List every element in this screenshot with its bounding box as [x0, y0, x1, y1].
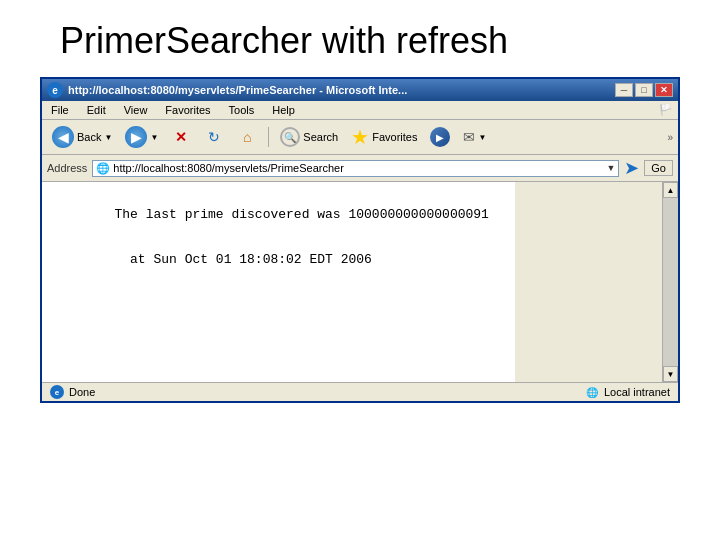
back-button[interactable]: ◀ Back ▼ — [47, 123, 117, 151]
page-title: PrimerSearcher with refresh — [0, 0, 720, 77]
mail-button[interactable]: ✉ ▼ — [458, 126, 491, 148]
forward-icon: ▶ — [125, 126, 147, 148]
search-icon: 🔍 — [280, 127, 300, 147]
title-bar-left: e http://localhost:8080/myservlets/Prime… — [47, 82, 407, 98]
scrollbar-up-button[interactable]: ▲ — [663, 182, 678, 198]
title-bar-text: http://localhost:8080/myservlets/PrimeSe… — [68, 84, 407, 96]
mail-icon: ✉ — [463, 129, 475, 145]
home-button[interactable]: ⌂ — [232, 124, 262, 150]
scrollbar-right[interactable]: ▲ ▼ — [662, 182, 678, 382]
address-ie-icon: 🌐 — [96, 162, 110, 175]
home-icon: ⌂ — [237, 127, 257, 147]
content-area: The last prime discovered was 1000000000… — [42, 182, 515, 382]
refresh-icon: ↻ — [204, 127, 224, 147]
menu-view[interactable]: View — [120, 103, 152, 117]
go-button[interactable]: Go — [644, 160, 673, 176]
refresh-button[interactable]: ↻ — [199, 124, 229, 150]
media-button[interactable]: ▶ — [425, 124, 455, 150]
favorites-button[interactable]: ★ Favorites — [346, 122, 422, 152]
ie-flag-icon: 🏳️ — [659, 103, 673, 117]
status-bar: e Done 🌐 Local intranet — [42, 382, 678, 401]
stop-button[interactable]: ✕ — [166, 124, 196, 150]
status-left: e Done — [50, 385, 95, 399]
menu-tools[interactable]: Tools — [225, 103, 259, 117]
title-bar-buttons: ─ □ ✕ — [615, 83, 673, 97]
mail-dropdown-icon: ▼ — [478, 133, 486, 142]
status-right: 🌐 Local intranet — [585, 385, 670, 399]
browser-window: e http://localhost:8080/myservlets/Prime… — [40, 77, 680, 403]
scrollbar-down-button[interactable]: ▼ — [663, 366, 678, 382]
status-text: Done — [69, 386, 95, 398]
address-dropdown-icon[interactable]: ▼ — [606, 163, 615, 173]
zone-icon: 🌐 — [585, 385, 599, 399]
forward-button[interactable]: ▶ ▼ — [120, 123, 163, 151]
menu-bar: File Edit View Favorites Tools Help 🏳️ — [42, 101, 678, 120]
toolbar-overflow-icon: » — [667, 132, 673, 143]
scrollbar-track[interactable] — [663, 198, 678, 366]
content-line2: at Sun Oct 01 18:08:02 EDT 2006 — [114, 252, 371, 267]
favorites-label: Favorites — [372, 131, 417, 143]
address-label: Address — [47, 162, 87, 174]
ie-logo-icon: e — [47, 82, 63, 98]
back-dropdown-icon: ▼ — [104, 133, 112, 142]
status-ie-icon: e — [50, 385, 64, 399]
menu-favorites[interactable]: Favorites — [161, 103, 214, 117]
toolbar: ◀ Back ▼ ▶ ▼ ✕ ↻ ⌂ 🔍 Search ★ Favor — [42, 120, 678, 155]
search-button[interactable]: 🔍 Search — [275, 124, 343, 150]
address-bar: Address 🌐 ▼ ➤ Go — [42, 155, 678, 182]
go-arrow-button[interactable]: ➤ — [624, 157, 639, 179]
content-wrapper: The last prime discovered was 1000000000… — [42, 182, 678, 382]
content-text: The last prime discovered was 1000000000… — [52, 192, 489, 282]
content-line1: The last prime discovered was 1000000000… — [114, 207, 488, 222]
title-bar: e http://localhost:8080/myservlets/Prime… — [42, 79, 678, 101]
menu-help[interactable]: Help — [268, 103, 299, 117]
zone-text: Local intranet — [604, 386, 670, 398]
menu-edit[interactable]: Edit — [83, 103, 110, 117]
stop-icon: ✕ — [171, 127, 191, 147]
go-arrow-icon[interactable]: ➤ — [624, 157, 639, 179]
address-input[interactable] — [113, 162, 606, 174]
toolbar-separator-1 — [268, 127, 269, 147]
menu-file[interactable]: File — [47, 103, 73, 117]
media-icon: ▶ — [430, 127, 450, 147]
favorites-star-icon: ★ — [351, 125, 369, 149]
address-input-wrap: 🌐 ▼ — [92, 160, 619, 177]
minimize-button[interactable]: ─ — [615, 83, 633, 97]
close-button[interactable]: ✕ — [655, 83, 673, 97]
back-icon: ◀ — [52, 126, 74, 148]
search-label: Search — [303, 131, 338, 143]
restore-button[interactable]: □ — [635, 83, 653, 97]
back-label: Back — [77, 131, 101, 143]
forward-dropdown-icon: ▼ — [150, 133, 158, 142]
